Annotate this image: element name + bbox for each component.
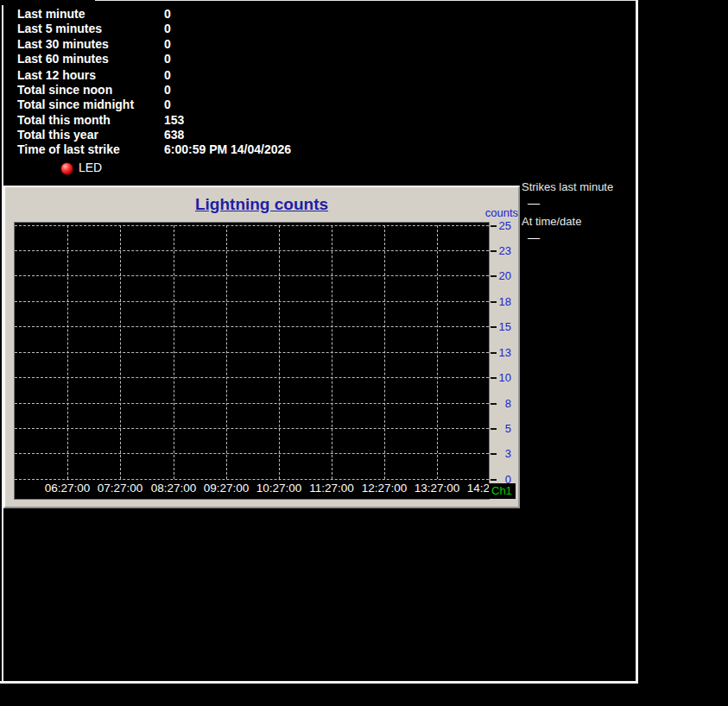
gridline-h — [15, 250, 489, 251]
stat-label: Last 5 minutes — [17, 22, 164, 35]
stat-row: Last minute0 — [17, 7, 622, 22]
stat-value: 0 — [164, 52, 171, 66]
gridline-h — [15, 403, 489, 404]
stat-row: Total since midnight0 — [17, 98, 622, 112]
y-axis-tick: 3 — [492, 447, 511, 460]
gridline-v — [174, 225, 174, 479]
stat-value: 0 — [164, 22, 171, 35]
gridline-v — [226, 225, 227, 479]
stat-row: Total this month153 — [17, 113, 622, 128]
stat-row: Total since noon0 — [17, 83, 622, 98]
led-label: LED — [79, 161, 102, 174]
x-axis-label: 12:27:00 — [362, 482, 408, 495]
stat-label: Total since midnight — [17, 98, 164, 111]
window-border-right — [636, 0, 638, 684]
y-axis-tick: 8 — [492, 397, 511, 410]
app-window: Last minute0 Last 5 minutes0 Last 30 min… — [0, 0, 728, 706]
y-axis-tick: 10 — [492, 371, 511, 384]
stat-row: Last 5 minutes0 — [17, 22, 622, 36]
window-border-top — [95, 0, 638, 1]
y-axis-tick: 15 — [492, 320, 511, 333]
stat-value: 0 — [164, 37, 171, 51]
y-axis-tick: 25 — [492, 219, 511, 232]
x-axis-label: 08:27:00 — [151, 482, 197, 495]
gridline-h — [15, 225, 489, 226]
stat-label: Total this month — [17, 113, 164, 127]
x-axis-label: 13:27:00 — [415, 482, 460, 495]
y-axis-tick: 13 — [492, 346, 511, 359]
at-time-date-label: At time/date — [522, 215, 581, 228]
gridline-h — [15, 479, 489, 480]
gridline-h — [15, 377, 489, 378]
gridline-h — [15, 428, 489, 429]
at-time-date-value: — — [528, 230, 540, 244]
gridline-h — [15, 326, 489, 327]
x-axis-label: 11:27:00 — [309, 482, 354, 495]
stat-value: 638 — [164, 128, 184, 142]
stat-label: Last minute — [17, 7, 164, 21]
stat-label: Time of last strike — [17, 142, 164, 156]
gridline-h — [15, 275, 489, 276]
gridline-v — [437, 225, 438, 479]
stat-label: Total since noon — [17, 83, 164, 97]
gridline-v — [120, 225, 121, 479]
stat-row: Last 30 minutes0 — [17, 37, 622, 52]
stat-label: Last 60 minutes — [17, 52, 164, 66]
x-axis-label: 06:27:00 — [45, 482, 91, 495]
x-axis-label: 14:27:00 — [467, 482, 490, 495]
stat-row: Last 12 hours0 — [17, 68, 622, 83]
x-axis-label: 10:27:00 — [256, 482, 302, 495]
plot-area: 06:27:00 07:27:00 08:27:00 09:27:00 10:2… — [14, 222, 490, 500]
stat-value: 153 — [164, 113, 184, 127]
gridline-v — [384, 225, 385, 479]
window-border-bottom — [0, 681, 638, 684]
y-axis-tick: 20 — [492, 269, 511, 282]
gridline-v — [279, 225, 280, 479]
led-indicator-icon — [60, 162, 73, 175]
channel-legend[interactable]: Ch1 — [489, 483, 516, 499]
y-axis-tick: 23 — [492, 244, 511, 257]
stat-value: 0 — [164, 68, 171, 82]
stat-row: Total this year638 — [17, 128, 622, 142]
strikes-last-minute-label: Strikes last minute — [522, 180, 613, 193]
stat-row: Time of last strike6:00:59 PM 14/04/2026 — [17, 142, 622, 157]
stat-row: Last 60 minutes0 — [17, 52, 622, 66]
gridline-v — [67, 225, 68, 479]
stat-value: 0 — [164, 83, 171, 97]
stat-label: Last 12 hours — [17, 68, 164, 82]
y-axis-tick: 18 — [492, 295, 511, 308]
y-axis-tick: 5 — [492, 422, 511, 435]
stat-label: Total this year — [17, 128, 164, 142]
x-axis-label: 09:27:00 — [204, 482, 250, 495]
gridline-h — [15, 301, 489, 302]
gridline-h — [15, 352, 489, 353]
stat-value: 0 — [164, 7, 171, 21]
gridline-v — [332, 225, 332, 479]
stat-value: 6:00:59 PM 14/04/2026 — [164, 142, 291, 156]
x-axis-label: 07:27:00 — [98, 482, 143, 495]
gridline-h — [15, 453, 489, 454]
y-axis-title: counts — [397, 206, 518, 219]
strikes-last-minute-value: — — [528, 196, 540, 210]
stat-label: Last 30 minutes — [17, 37, 164, 51]
stat-value: 0 — [164, 98, 171, 111]
